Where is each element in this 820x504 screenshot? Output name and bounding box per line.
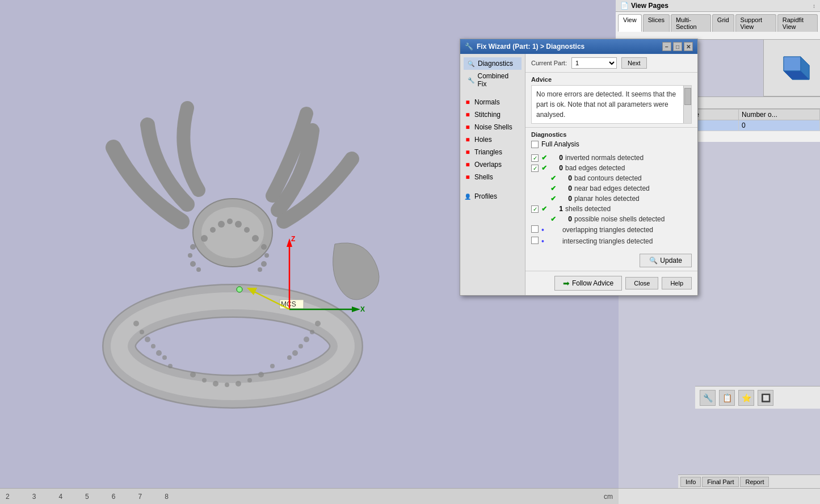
restore-button[interactable]: □ [673,42,682,51]
current-part-label: Current Part: [531,60,567,66]
next-button[interactable]: Next [621,57,647,69]
info-tab-report[interactable]: Report [740,477,769,487]
diag-inverted-normals: ✓ ✔ 0 inverted normals detected [531,153,692,163]
checkbox-0[interactable]: ✓ [531,154,539,162]
ruler-mark-4: 5 [85,493,89,501]
fix-wizard-dialog: 🔧 Fix Wizard (Part: 1) > Diagnostics − □… [460,39,698,296]
green-check-2: ✔ [550,174,556,182]
desc-6: possible noise shells detected [574,215,692,223]
tab-grid[interactable]: Grid [712,14,734,32]
sidebar-item-stitching[interactable]: ■ Stitching [460,108,525,121]
sidebar-main-section: 🔍 Diagnostics 🔧 Combined Fix [460,56,525,91]
sidebar-item-profiles[interactable]: 👤 Profiles [460,190,525,203]
svg-text:Z: Z [291,235,295,243]
svg-point-36 [236,381,241,387]
part-select[interactable]: 1 [571,57,617,69]
full-analysis-label: Full Analysis [541,140,579,148]
help-button[interactable]: Help [662,277,692,289]
col-header-number: Number o... [739,110,820,120]
svg-point-16 [261,244,267,250]
diag-bad-contours: ✔ 0 bad contours detected [531,173,692,183]
cube-svg [772,48,812,88]
info-tabs-bar: Info Final Part Report [678,474,820,488]
svg-point-34 [213,381,218,387]
toolbar-btn-3[interactable]: ⭐ [738,390,754,406]
sidebar-item-holes[interactable]: ■ Holes [460,133,525,146]
diag-near-bad-edges: ✔ 0 near bad edges detected [531,183,692,194]
dialog-title-group: 🔧 Fix Wizard (Part: 1) > Diagnostics [465,43,584,51]
sidebar-item-triangles[interactable]: ■ Triangles [460,146,525,158]
info-tab-info[interactable]: Info [680,477,701,487]
diag-bad-edges: ✓ ✔ 0 bad edges detected [531,163,692,173]
ruler-mark-1: 2 [6,493,10,501]
diag-intersecting: • intersecting triangles detected [531,236,692,247]
sidebar-overlaps-label: Overlaps [474,161,502,169]
green-check-6: ✔ [550,215,556,223]
svg-point-25 [162,355,167,360]
dialog-title-text: Fix Wizard (Part: 1) > Diagnostics [477,43,584,51]
sidebar-item-combined-fix[interactable]: 🔧 Combined Fix [464,70,522,90]
toolbar-btn-4[interactable]: 🔲 [758,390,773,406]
combined-fix-icon: 🔧 [467,76,475,84]
follow-advice-button[interactable]: ➡ Follow Advice [554,276,622,291]
svg-point-27 [310,330,314,334]
sidebar-item-shells[interactable]: ■ Shells [460,171,525,183]
count-0: 0 [547,154,563,162]
svg-point-14 [190,261,196,267]
sidebar-item-diagnostics[interactable]: 🔍 Diagnostics [464,57,522,70]
minimize-button[interactable]: − [662,42,671,51]
side-toolbar: 🔧 📋 ⭐ 🔲 [695,386,820,409]
svg-point-7 [218,221,225,228]
diag-shells: ✓ ✔ 1 shells detected [531,204,692,214]
top-toolbar: 📄 View Pages ↕ View Slices Multi-Section… [616,0,820,40]
checkbox-1[interactable]: ✓ [531,165,539,172]
dialog-title-icon: 🔧 [465,43,473,51]
toolbar-btn-1[interactable]: 🔧 [700,390,716,406]
sidebar-item-normals[interactable]: ■ Normals [460,96,525,108]
tab-multi-section[interactable]: Multi-Section [671,14,711,32]
green-check-1: ✔ [541,164,547,172]
svg-text:MCS: MCS [281,300,296,308]
sidebar-profiles-label: Profiles [474,192,497,200]
tab-support-view[interactable]: Support View [735,14,776,32]
checkbox-7[interactable] [531,225,539,233]
advice-text: No more errors are detected. It seems th… [536,90,676,119]
scrollbar-thumb[interactable] [684,88,691,105]
desc-4: planar holes detected [574,195,692,203]
view-pages-icon: 📄 [620,2,629,10]
count-3: 0 [556,184,572,192]
update-button[interactable]: 🔍 Update [640,254,692,267]
full-analysis-checkbox[interactable] [531,141,539,148]
dialog-titlebar[interactable]: 🔧 Fix Wizard (Part: 1) > Diagnostics − □… [460,39,697,54]
count-1: 0 [547,164,563,172]
svg-marker-53 [784,57,801,71]
tab-slices[interactable]: Slices [643,14,670,32]
close-button[interactable]: ✕ [684,42,693,51]
tab-rapidfit-view[interactable]: Rapidfit View [777,14,818,32]
checkbox-5[interactable]: ✓ [531,205,539,213]
advice-scrollbar[interactable] [683,86,691,123]
tab-view[interactable]: View [618,14,642,32]
update-label: Update [660,257,682,264]
svg-point-9 [235,221,242,228]
desc-2: bad contours detected [574,174,692,182]
toolbar-btn-2[interactable]: 📋 [719,390,735,406]
dialog-controls: − □ ✕ [662,42,693,51]
check-col-1: ✓ [531,164,541,172]
cube-preview [763,40,820,96]
checkbox-8[interactable] [531,237,539,244]
sidebar-item-overlaps[interactable]: ■ Overlaps [460,158,525,171]
sidebar-item-noise-shells[interactable]: ■ Noise Shells [460,121,525,133]
svg-point-35 [225,383,229,387]
svg-point-40 [168,364,173,368]
svg-point-30 [292,350,298,356]
close-dialog-button[interactable]: Close [625,277,658,289]
svg-point-8 [227,219,233,224]
sidebar-diagnostics-label: Diagnostics [478,60,513,68]
svg-point-37 [247,378,252,383]
info-tab-final-part[interactable]: Final Part [702,477,739,487]
count-5: 1 [547,205,563,213]
update-icon: 🔍 [649,257,658,264]
diagnostics-title: Diagnostics [531,131,692,138]
svg-point-32 [190,372,196,377]
